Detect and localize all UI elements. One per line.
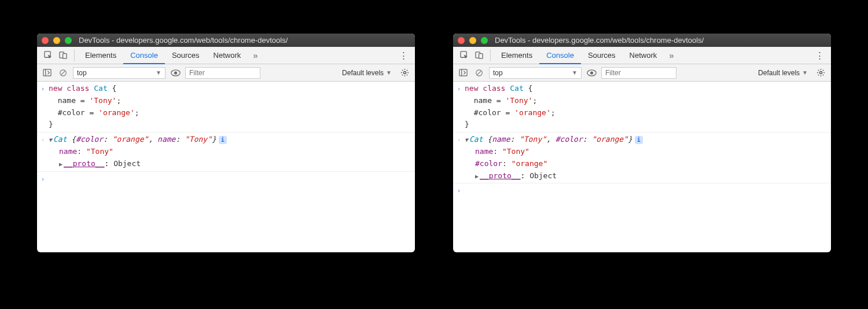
object-proto[interactable]: __proto__: Object [49, 158, 411, 170]
clear-console-icon[interactable] [57, 67, 69, 79]
minimize-icon[interactable] [53, 37, 60, 44]
console-prompt-block[interactable]: › [453, 183, 831, 197]
titlebar: DevTools - developers.google.com/web/too… [37, 34, 415, 47]
tabbar: ElementsConsoleSourcesNetwork » ⋮ [37, 47, 415, 64]
console-prompt-block[interactable]: › [37, 172, 415, 186]
svg-line-6 [61, 71, 65, 75]
kebab-menu-icon[interactable]: ⋮ [812, 50, 827, 61]
context-selector[interactable]: top ▼ [73, 67, 165, 79]
output-prompt-icon: ‹ [453, 134, 465, 182]
tab-elements[interactable]: Elements [494, 47, 539, 64]
output-object[interactable]: Cat {name: "Tony", #color: "orange"}inam… [465, 134, 831, 182]
device-icon[interactable] [56, 47, 71, 64]
tab-sources[interactable]: Sources [165, 47, 207, 64]
svg-rect-2 [62, 54, 67, 58]
console-body: › new class Cat { name = 'Tony'; #color … [453, 82, 831, 252]
titlebar: DevTools - developers.google.com/web/too… [453, 34, 831, 47]
tab-sources[interactable]: Sources [581, 47, 623, 64]
console-toolbar: top ▼ Default levels ▼ [453, 64, 831, 82]
input-code: new class Cat { name = 'Tony'; #color = … [465, 83, 831, 131]
window-title: DevTools - developers.google.com/web/too… [495, 36, 704, 45]
divider [74, 49, 75, 61]
filter-input[interactable] [601, 67, 676, 79]
tab-console[interactable]: Console [123, 47, 165, 64]
svg-point-18 [590, 71, 593, 74]
devtools-window: DevTools - developers.google.com/web/too… [453, 34, 831, 252]
chevron-down-icon: ▼ [386, 69, 392, 76]
disclosure-triangle-icon[interactable] [475, 172, 479, 181]
chevron-down-icon: ▼ [802, 69, 808, 76]
maximize-icon[interactable] [65, 37, 72, 44]
input-code: new class Cat { name = 'Tony'; #color = … [49, 83, 415, 131]
close-icon[interactable] [42, 37, 49, 44]
input-prompt-icon: › [453, 83, 465, 131]
tab-elements[interactable]: Elements [78, 47, 123, 64]
context-value: top [77, 69, 87, 77]
console-input-block: › new class Cat { name = 'Tony'; #color … [37, 82, 415, 133]
empty-prompt[interactable] [465, 185, 831, 196]
maximize-icon[interactable] [481, 37, 488, 44]
tabbar: ElementsConsoleSourcesNetwork » ⋮ [453, 47, 831, 64]
input-prompt-icon: › [37, 83, 49, 131]
tabs: ElementsConsoleSourcesNetwork [78, 47, 248, 64]
sidebar-toggle-icon[interactable] [457, 67, 469, 79]
disclosure-triangle-icon[interactable] [59, 160, 62, 169]
levels-label: Default levels [758, 69, 800, 77]
clear-console-icon[interactable] [473, 67, 486, 79]
empty-prompt[interactable] [49, 173, 415, 185]
more-tabs-icon[interactable]: » [248, 47, 263, 64]
console-output-block: ‹ Cat {#color: "orange", name: "Tony"}in… [37, 133, 415, 171]
svg-point-19 [819, 71, 822, 73]
svg-line-16 [477, 71, 481, 75]
levels-label: Default levels [342, 69, 384, 77]
disclosure-triangle-icon[interactable] [49, 135, 52, 145]
input-prompt-icon: › [453, 185, 465, 196]
minimize-icon[interactable] [469, 37, 476, 44]
close-icon[interactable] [458, 37, 465, 44]
info-badge-icon[interactable]: i [635, 136, 643, 144]
inspect-icon[interactable] [457, 47, 472, 64]
tab-console[interactable]: Console [539, 47, 581, 64]
console-input-block: › new class Cat { name = 'Tony'; #color … [453, 82, 831, 133]
log-levels-selector[interactable]: Default levels ▼ [758, 69, 808, 77]
device-icon[interactable] [472, 47, 487, 64]
window-title: DevTools - developers.google.com/web/too… [79, 36, 288, 45]
output-object[interactable]: Cat {#color: "orange", name: "Tony"}inam… [49, 134, 415, 170]
info-badge-icon[interactable]: i [219, 136, 227, 144]
input-prompt-icon: › [37, 173, 49, 185]
log-levels-selector[interactable]: Default levels ▼ [342, 69, 392, 77]
console-output-block: ‹ Cat {name: "Tony", #color: "orange"}in… [453, 133, 831, 183]
svg-rect-12 [479, 54, 483, 58]
object-property: name: "Tony" [49, 146, 411, 158]
object-header[interactable]: Cat {#color: "orange", name: "Tony"}i [49, 134, 411, 146]
traffic-lights [42, 37, 72, 44]
settings-icon[interactable] [814, 68, 827, 77]
chevron-down-icon: ▼ [572, 69, 578, 76]
live-expression-icon[interactable] [169, 67, 182, 79]
inspect-icon[interactable] [41, 47, 56, 64]
settings-icon[interactable] [398, 68, 411, 77]
context-selector[interactable]: top ▼ [489, 67, 582, 79]
divider [490, 49, 491, 61]
svg-point-9 [403, 71, 406, 73]
traffic-lights [458, 37, 488, 44]
kebab-menu-icon[interactable]: ⋮ [396, 50, 411, 61]
tab-network[interactable]: Network [207, 47, 248, 64]
object-property: #color: "orange" [465, 158, 827, 170]
context-value: top [493, 69, 503, 77]
more-tabs-icon[interactable]: » [664, 47, 679, 64]
disclosure-triangle-icon[interactable] [465, 135, 468, 145]
sidebar-toggle-icon[interactable] [41, 67, 53, 79]
live-expression-icon[interactable] [585, 67, 598, 79]
devtools-window: DevTools - developers.google.com/web/too… [37, 34, 415, 252]
object-header[interactable]: Cat {name: "Tony", #color: "orange"}i [465, 134, 827, 146]
filter-input[interactable] [185, 67, 260, 79]
output-prompt-icon: ‹ [37, 134, 49, 170]
tab-network[interactable]: Network [623, 47, 664, 64]
object-property: name: "Tony" [465, 146, 827, 158]
object-proto[interactable]: __proto__: Object [465, 170, 827, 182]
tabs: ElementsConsoleSourcesNetwork [494, 47, 664, 64]
console-body: › new class Cat { name = 'Tony'; #color … [37, 82, 415, 252]
chevron-down-icon: ▼ [156, 69, 161, 76]
svg-point-8 [174, 71, 176, 74]
